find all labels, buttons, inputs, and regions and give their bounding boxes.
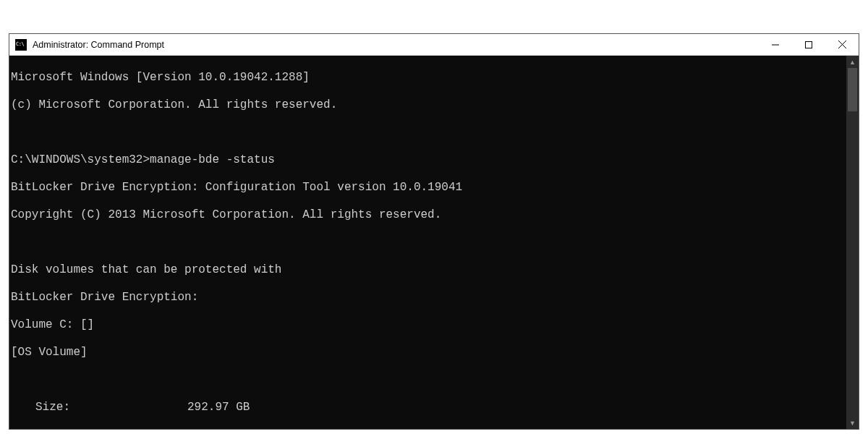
close-icon	[838, 41, 846, 48]
tool-copyright: Copyright (C) 2013 Microsoft Corporation…	[11, 208, 846, 222]
status-value: 292.97 GB	[187, 401, 250, 414]
chevron-down-icon: ▼	[849, 420, 856, 427]
cmd-icon	[15, 39, 27, 51]
volume-type-line: [OS Volume]	[11, 346, 846, 359]
prompt-line: C:\WINDOWS\system32>manage-bde -status	[11, 153, 846, 167]
terminal-output[interactable]: Microsoft Windows [Version 10.0.19042.12…	[9, 56, 846, 429]
blank-line	[11, 373, 846, 387]
banner-line: Microsoft Windows [Version 10.0.19042.12…	[11, 71, 846, 85]
tool-header: BitLocker Drive Encryption: Configuratio…	[11, 181, 846, 195]
chevron-up-icon: ▲	[849, 59, 856, 66]
close-button[interactable]	[825, 34, 859, 56]
client-area: Microsoft Windows [Version 10.0.19042.12…	[9, 56, 859, 429]
status-row: BitLocker Version:None	[11, 428, 846, 429]
scroll-up-button[interactable]: ▲	[846, 56, 859, 68]
scroll-down-button[interactable]: ▼	[846, 417, 859, 429]
minimize-button[interactable]	[759, 34, 792, 56]
banner-line: (c) Microsoft Corporation. All rights re…	[11, 98, 846, 112]
minimize-icon	[772, 41, 779, 48]
disk-volumes-line: BitLocker Drive Encryption:	[11, 291, 846, 305]
status-value: None	[187, 428, 215, 429]
scroll-thumb[interactable]	[848, 68, 857, 111]
titlebar[interactable]: Administrator: Command Prompt	[9, 34, 859, 56]
prompt-path: C:\WINDOWS\system32>	[11, 153, 150, 166]
status-key: Size:	[35, 401, 187, 414]
command-text: manage-bde -status	[150, 153, 275, 166]
blank-line	[11, 236, 846, 250]
command-prompt-window: Administrator: Command Prompt Microsoft …	[9, 33, 859, 430]
vertical-scrollbar[interactable]: ▲ ▼	[846, 56, 859, 429]
status-row: Size:292.97 GB	[11, 401, 846, 414]
volume-line: Volume C: []	[11, 318, 846, 332]
maximize-icon	[805, 41, 812, 48]
window-title: Administrator: Command Prompt	[33, 40, 164, 50]
disk-volumes-line: Disk volumes that can be protected with	[11, 263, 846, 277]
blank-line	[11, 126, 846, 140]
maximize-button[interactable]	[792, 34, 825, 56]
status-key: BitLocker Version:	[35, 428, 187, 429]
svg-rect-1	[806, 41, 812, 48]
